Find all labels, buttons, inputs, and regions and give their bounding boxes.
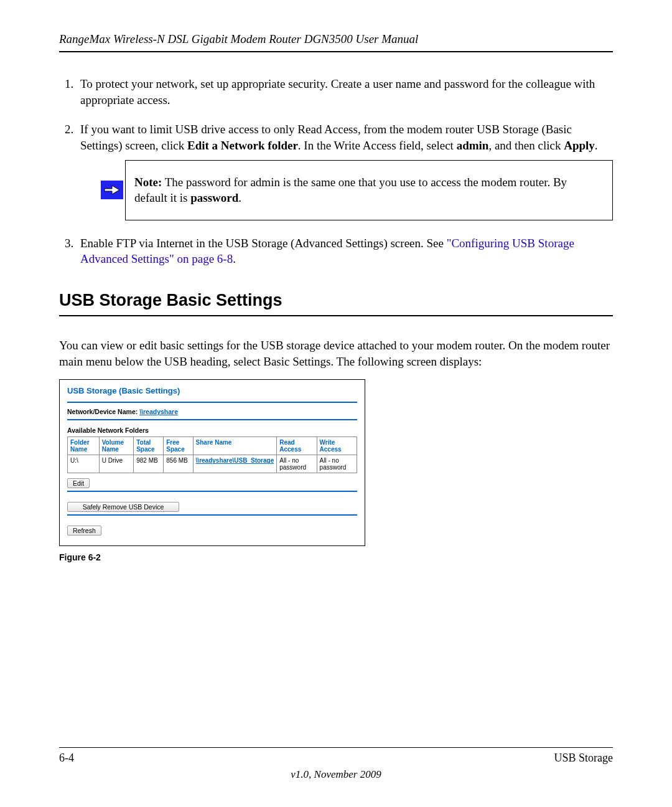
step-2-bold-1: Edit a Network folder	[187, 139, 298, 152]
footer-page-number: 6-4	[59, 752, 74, 765]
ss-available-label: Available Network Folders	[67, 427, 357, 434]
note-bold: password	[190, 191, 238, 204]
step-3: Enable FTP via Internet in the USB Stora…	[77, 235, 613, 267]
td-share-link[interactable]: \\readyshare\USB_Storage	[196, 457, 274, 464]
step-3-text-b: .	[233, 252, 236, 265]
footer-section: USB Storage	[554, 752, 614, 765]
th-volume: Volume Name	[99, 437, 134, 455]
usb-storage-screenshot: USB Storage (Basic Settings) Network/Dev…	[59, 379, 365, 546]
svg-marker-0	[105, 186, 119, 194]
note-text-b: .	[238, 191, 241, 204]
step-2-text-d: .	[595, 139, 598, 152]
step-1: To protect your network, set up appropri…	[77, 76, 613, 108]
step-2: If you want to limit USB drive access to…	[77, 121, 613, 220]
step-2-bold-2: admin	[457, 139, 489, 152]
ss-title: USB Storage (Basic Settings)	[67, 386, 357, 395]
td-total: 982 MB	[134, 455, 164, 473]
table-header-row: Folder Name Volume Name Total Space Free…	[68, 437, 357, 455]
ss-divider-4	[67, 514, 357, 516]
td-folder: U:\	[68, 455, 100, 473]
arrow-right-icon	[101, 181, 123, 199]
ss-nd-value[interactable]: \\readyshare	[139, 408, 178, 415]
th-share: Share Name	[193, 437, 277, 455]
step-2-text-c: , and then click	[488, 139, 564, 152]
th-total: Total Space	[134, 437, 164, 455]
table-row: U:\ U Drive 982 MB 856 MB \\readyshare\U…	[68, 455, 357, 473]
section-rule	[59, 315, 613, 316]
td-volume: U Drive	[99, 455, 134, 473]
ss-divider-3	[67, 491, 357, 492]
ss-divider-2	[67, 419, 357, 420]
td-read: All - no password	[277, 455, 317, 473]
th-free: Free Space	[164, 437, 193, 455]
refresh-button[interactable]: Refresh	[67, 526, 101, 536]
section-paragraph: You can view or edit basic settings for …	[59, 337, 613, 369]
footer-rule	[59, 747, 613, 748]
step-3-text-a: Enable FTP via Internet in the USB Stora…	[80, 237, 447, 250]
ss-divider-1	[67, 402, 357, 403]
th-write: Write Access	[317, 437, 357, 455]
td-write: All - no password	[317, 455, 357, 473]
note-box: Note: The password for admin is the same…	[125, 160, 613, 220]
safely-remove-button[interactable]: Safely Remove USB Device	[67, 502, 179, 512]
section-title: USB Storage Basic Settings	[59, 291, 613, 310]
ss-folders-table: Folder Name Volume Name Total Space Free…	[67, 437, 357, 473]
edit-button[interactable]: Edit	[67, 478, 90, 488]
step-2-bold-3: Apply	[564, 139, 595, 152]
th-folder: Folder Name	[68, 437, 100, 455]
note-label: Note:	[134, 176, 162, 189]
footer-version: v1.0, November 2009	[59, 768, 613, 781]
th-read: Read Access	[277, 437, 317, 455]
figure-caption: Figure 6-2	[59, 552, 613, 562]
step-2-text-b: . In the Write Access field, select	[298, 139, 457, 152]
step-1-text: To protect your network, set up appropri…	[80, 77, 595, 106]
ss-nd-label: Network/Device Name:	[67, 408, 139, 415]
td-free: 856 MB	[164, 455, 193, 473]
page-header: RangeMax Wireless-N DSL Gigabit Modem Ro…	[59, 32, 418, 45]
